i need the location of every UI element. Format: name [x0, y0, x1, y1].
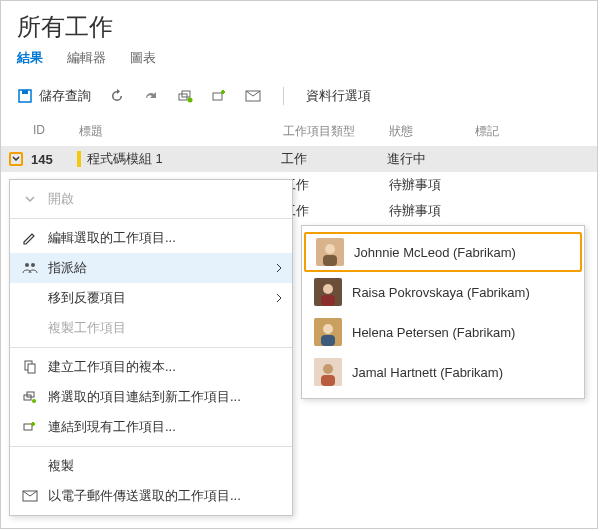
menu-move-iteration[interactable]: 移到反覆項目 — [10, 283, 292, 313]
menu-copy-work-item: 複製工作項目 — [10, 313, 292, 343]
tab-editor[interactable]: 編輯器 — [67, 49, 106, 71]
assignee-option[interactable]: Johnnie McLeod (Fabrikam) — [304, 232, 582, 272]
cell-state: 待辦事項 — [389, 202, 475, 220]
menu-edit-label: 編輯選取的工作項目... — [48, 229, 176, 247]
col-header-type[interactable]: 工作項目類型 — [283, 123, 389, 140]
cell-title: 程式碼模組 1 — [77, 150, 281, 168]
page-title: 所有工作 — [1, 1, 597, 49]
mail-icon — [245, 88, 261, 104]
col-header-title[interactable]: 標題 — [79, 123, 283, 140]
tab-chart[interactable]: 圖表 — [130, 49, 156, 71]
svg-point-8 — [31, 263, 35, 267]
menu-separator — [10, 218, 292, 219]
tab-results[interactable]: 結果 — [17, 49, 43, 71]
cell-title-text: 程式碼模組 1 — [87, 150, 163, 168]
svg-rect-5 — [213, 93, 222, 100]
menu-email-selected[interactable]: 以電子郵件傳送選取的工作項目... — [10, 481, 292, 511]
expand-icon — [22, 191, 38, 207]
svg-rect-18 — [323, 255, 337, 266]
svg-point-7 — [25, 263, 29, 267]
menu-linknew-label: 將選取的項目連結到新工作項目... — [48, 388, 241, 406]
assignee-option[interactable]: Raisa Pokrovskaya (Fabrikam) — [302, 272, 584, 312]
avatar — [314, 318, 342, 346]
svg-point-13 — [32, 399, 36, 403]
add-link-icon — [211, 88, 227, 104]
menu-separator — [10, 347, 292, 348]
menu-copywi-label: 複製工作項目 — [48, 319, 126, 337]
assignee-option[interactable]: Helena Petersen (Fabrikam) — [302, 312, 584, 352]
menu-open-label: 開啟 — [48, 190, 74, 208]
assignee-name: Helena Petersen (Fabrikam) — [352, 325, 515, 340]
redo-button[interactable] — [143, 88, 159, 104]
column-options-button[interactable]: 資料行選項 — [306, 87, 371, 105]
svg-point-20 — [323, 284, 333, 294]
link-new-icon — [22, 389, 38, 405]
svg-point-4 — [188, 98, 193, 103]
menu-open: 開啟 — [10, 184, 292, 214]
copy-doc-icon — [22, 359, 38, 375]
svg-rect-24 — [321, 335, 335, 346]
people-icon — [22, 260, 38, 276]
avatar — [314, 358, 342, 386]
assign-to-submenu: Johnnie McLeod (Fabrikam) Raisa Pokrovsk… — [301, 225, 585, 399]
tabs: 結果 編輯器 圖表 — [1, 49, 597, 79]
menu-copy[interactable]: 複製 — [10, 451, 292, 481]
cell-type: 工作 — [281, 150, 387, 168]
row-dropdown-button[interactable] — [9, 152, 23, 166]
assignee-name: Raisa Pokrovskaya (Fabrikam) — [352, 285, 530, 300]
link-existing-icon — [22, 419, 38, 435]
avatar — [314, 278, 342, 306]
svg-rect-1 — [22, 90, 28, 94]
avatar — [316, 238, 344, 266]
menu-separator — [10, 446, 292, 447]
mail-icon — [22, 488, 38, 504]
blank-icon — [22, 458, 38, 474]
menu-copy-label: 複製 — [48, 457, 74, 475]
refresh-button[interactable] — [109, 88, 125, 104]
menu-create-copy[interactable]: 建立工作項目的複本... — [10, 352, 292, 382]
svg-rect-21 — [321, 295, 335, 306]
context-menu: 開啟 編輯選取的工作項目... 指派給 移到反覆項目 複製工作項目 建立工作項目… — [9, 179, 293, 516]
svg-rect-10 — [28, 364, 35, 373]
link-new-button[interactable] — [177, 88, 193, 104]
cell-type: 工作 — [283, 202, 389, 220]
pencil-icon — [22, 230, 38, 246]
grid-header: ID 標題 工作項目類型 狀態 標記 — [1, 113, 597, 146]
svg-point-26 — [323, 364, 333, 374]
cell-state: 進行中 — [387, 150, 473, 168]
menu-assign-label: 指派給 — [48, 259, 87, 277]
blank-icon — [22, 320, 38, 336]
menu-link-new[interactable]: 將選取的項目連結到新工作項目... — [10, 382, 292, 412]
assignee-name: Jamal Hartnett (Fabrikam) — [352, 365, 503, 380]
col-header-id[interactable]: ID — [33, 123, 79, 140]
menu-edit-selected[interactable]: 編輯選取的工作項目... — [10, 223, 292, 253]
save-icon — [17, 88, 33, 104]
save-query-button[interactable]: 儲存查詢 — [17, 87, 91, 105]
menu-linkexisting-label: 連結到現有工作項目... — [48, 418, 176, 436]
col-header-state[interactable]: 狀態 — [389, 123, 475, 140]
cell-id: 145 — [31, 152, 77, 167]
menu-createcopy-label: 建立工作項目的複本... — [48, 358, 176, 376]
work-item-color-bar — [77, 151, 81, 167]
menu-email-label: 以電子郵件傳送選取的工作項目... — [48, 487, 241, 505]
toolbar: 儲存查詢 資料行選項 — [1, 79, 597, 113]
assignee-option[interactable]: Jamal Hartnett (Fabrikam) — [302, 352, 584, 392]
add-link-button[interactable] — [211, 88, 227, 104]
link-new-icon — [177, 88, 193, 104]
submenu-arrow-icon — [276, 291, 282, 306]
svg-point-23 — [323, 324, 333, 334]
table-row[interactable]: 145 程式碼模組 1 工作 進行中 — [1, 146, 597, 172]
blank-icon — [22, 290, 38, 306]
col-header-tag[interactable]: 標記 — [475, 123, 581, 140]
toolbar-separator — [283, 87, 284, 105]
cell-type: 工作 — [283, 176, 389, 194]
menu-assign-to[interactable]: 指派給 — [10, 253, 292, 283]
assignee-name: Johnnie McLeod (Fabrikam) — [354, 245, 516, 260]
refresh-icon — [109, 88, 125, 104]
svg-rect-14 — [24, 424, 32, 430]
cell-state: 待辦事項 — [389, 176, 475, 194]
submenu-arrow-icon — [276, 261, 282, 276]
email-button[interactable] — [245, 88, 261, 104]
redo-icon — [143, 88, 159, 104]
menu-link-existing[interactable]: 連結到現有工作項目... — [10, 412, 292, 442]
